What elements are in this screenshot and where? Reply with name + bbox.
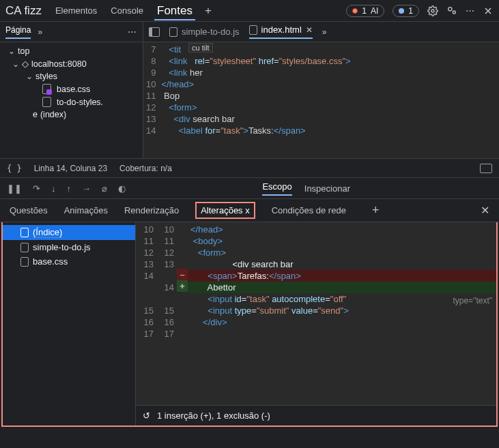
pause-exceptions-icon[interactable]: ◐ — [118, 183, 126, 194]
changes-file-item[interactable]: (Índice) — [3, 225, 135, 240]
svg-point-0 — [431, 10, 434, 12]
settings-icon[interactable] — [427, 5, 438, 16]
drawer-tabs: Questões Animações Renderização Alteraçõ… — [0, 199, 499, 222]
diff-sign-column: –+ — [177, 222, 188, 405]
step-out-icon[interactable]: ↑ — [67, 183, 72, 194]
sidebar-tab-page[interactable]: Página — [5, 25, 31, 39]
editor-tabs: simple-to-do.js index.html✕ » — [143, 22, 499, 42]
messages-pill[interactable]: 1 — [393, 5, 419, 17]
tab-elements[interactable]: Elementos — [53, 3, 100, 18]
file-icon — [42, 84, 51, 94]
activity-icon[interactable] — [480, 164, 492, 173]
file-icon — [42, 97, 51, 107]
tree-folder-styles[interactable]: ⌄styles — [3, 70, 143, 83]
devtools-topbar: CA fizz Elementos Console Fontes + 1 AI … — [0, 0, 499, 22]
main-split: Página » ⋯ ⌄top ⌄◇ localhost:8080 ⌄style… — [0, 22, 499, 158]
tree-file-todo-styles[interactable]: to-do-styles. — [3, 95, 143, 108]
watch-tab[interactable]: Inspecionar — [304, 183, 350, 194]
tab-sources[interactable]: Fontes — [154, 1, 195, 20]
sidebar: Página » ⋯ ⌄top ⌄◇ localhost:8080 ⌄style… — [0, 22, 143, 158]
step-icon[interactable]: → — [82, 183, 91, 194]
deactivate-breakpoints-icon[interactable]: ⌀ — [102, 183, 107, 194]
diff-gutter-new: 1011121314151617 — [156, 222, 177, 405]
drawer-tab-rendering[interactable]: Renderização — [124, 205, 179, 215]
drawer-tab-issues[interactable]: Questões — [10, 205, 48, 215]
scope-tab[interactable]: Escopo — [262, 181, 291, 196]
tree-top[interactable]: ⌄top — [3, 45, 143, 57]
svg-point-2 — [453, 11, 455, 14]
diff-overflow-hint: type="text" — [453, 296, 492, 305]
sidebar-more-icon[interactable]: ⋯ — [128, 27, 137, 37]
file-icon — [20, 243, 29, 252]
editor-tab-js[interactable]: simple-to-do.js — [169, 27, 240, 37]
brand: CA fizz — [5, 4, 42, 18]
file-tree: ⌄top ⌄◇ localhost:8080 ⌄styles base.css … — [0, 42, 143, 123]
step-into-icon[interactable]: ↓ — [51, 183, 56, 194]
changes-diff: 1011121314151617 1011121314151617 –+ </h… — [136, 222, 496, 425]
svg-point-1 — [448, 7, 452, 10]
message-dot-icon — [399, 8, 404, 14]
changes-panel: (Índice)simple-to-do.jsbase.css 10111213… — [1, 222, 498, 427]
ai-issues-pill[interactable]: 1 AI — [346, 5, 384, 17]
autocomplete-hint: cu tilt — [188, 43, 213, 53]
sidebar-tabs: Página » ⋯ — [0, 22, 143, 42]
editor-statusbar: { } Linha 14, Coluna 23 Cobertura: n/a — [0, 158, 499, 177]
pause-icon[interactable]: ❚❚ — [7, 183, 22, 194]
tab-console[interactable]: Console — [108, 3, 146, 18]
debugger-controls: ❚❚ ↷ ↓ ↑ → ⌀ ◐ — [7, 183, 126, 194]
debugger-bar: ❚❚ ↷ ↓ ↑ → ⌀ ◐ Escopo Inspecionar — [0, 177, 499, 199]
tree-file-index[interactable]: e (index) — [3, 108, 143, 121]
revert-icon[interactable]: ↺ — [143, 410, 150, 421]
navigator-icon[interactable] — [149, 27, 160, 37]
drawer-tab-changes[interactable]: Alterações x — [195, 202, 255, 219]
changes-statusbar: ↺ 1 inserção (+), 1 exclusão (-) — [136, 405, 496, 425]
diff-gutter-old: 1011121314151617 — [136, 222, 156, 405]
add-tab-icon[interactable]: + — [205, 4, 212, 18]
changes-summary: 1 inserção (+), 1 exclusão (-) — [157, 410, 270, 421]
editor: simple-to-do.js index.html✕ » 7891011121… — [143, 22, 499, 158]
close-tab-icon[interactable]: ✕ — [306, 25, 313, 35]
changes-file-item[interactable]: simple-to-do.js — [3, 240, 135, 254]
close-icon[interactable] — [483, 5, 494, 16]
format-icon[interactable]: { } — [7, 164, 22, 173]
more-icon[interactable]: ⋯ — [466, 5, 474, 16]
drawer-add-tab-icon[interactable]: + — [372, 203, 380, 218]
drawer-close-icon[interactable]: ✕ — [481, 204, 489, 217]
file-icon — [169, 27, 177, 37]
drawer-tab-network-conditions[interactable]: Condições de rede — [272, 205, 346, 215]
diff-lines[interactable]: </head> <body> <form> <div search bar <s… — [188, 222, 496, 405]
experiments-icon[interactable] — [446, 5, 457, 16]
changes-file-list: (Índice)simple-to-do.jsbase.css — [3, 222, 136, 425]
file-icon — [20, 228, 29, 237]
code-editor[interactable]: 7891011121314 <tit <link rel="stylesheet… — [143, 42, 499, 158]
tree-file-base-css[interactable]: base.css — [3, 83, 143, 95]
file-icon — [249, 25, 257, 35]
more-tabs-icon[interactable]: » — [38, 27, 42, 37]
record-dot-icon — [352, 8, 358, 14]
editor-tab-html[interactable]: index.html✕ — [249, 25, 313, 39]
cursor-position: Linha 14, Coluna 23 — [34, 164, 107, 173]
more-editor-tabs-icon[interactable]: » — [322, 27, 327, 37]
changes-file-item[interactable]: base.css — [3, 254, 135, 269]
step-over-icon[interactable]: ↷ — [33, 183, 40, 194]
code-lines[interactable]: <tit <link rel="stylesheet" href="styles… — [161, 42, 499, 158]
drawer-tab-animations[interactable]: Animações — [64, 205, 108, 215]
coverage-status: Cobertura: n/a — [119, 164, 172, 173]
file-icon — [20, 257, 29, 267]
tree-host[interactable]: ⌄◇ localhost:8080 — [3, 57, 143, 70]
gutter: 7891011121314 — [143, 42, 161, 158]
